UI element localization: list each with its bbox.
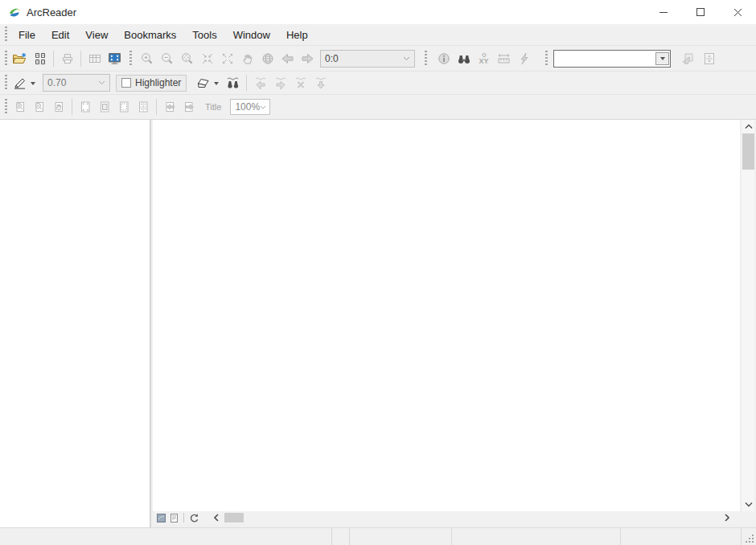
hyperlink-button[interactable] (514, 49, 534, 68)
map-bottom-strip (153, 511, 754, 524)
vertical-scrollbar[interactable] (741, 120, 754, 511)
horizontal-scroll-thumb[interactable] (224, 513, 244, 522)
layout-pan-button[interactable] (49, 97, 68, 117)
scroll-left-button[interactable] (210, 512, 223, 523)
page-tiles-button[interactable] (134, 97, 153, 117)
close-button[interactable] (719, 0, 756, 24)
window-resize-grip[interactable] (742, 528, 756, 545)
menu-edit[interactable]: Edit (43, 26, 77, 44)
status-pane-small (332, 528, 350, 545)
toolbar-grip[interactable] (545, 51, 548, 67)
delete-markup-button[interactable] (290, 73, 310, 92)
layout-zoom-out-button[interactable] (30, 97, 49, 117)
continuous-zoom-icon (181, 52, 194, 65)
zoom-out-icon (161, 52, 174, 65)
dataframe-properties-button[interactable] (699, 49, 719, 68)
print-button[interactable] (57, 49, 77, 68)
chevron-down-icon (745, 502, 753, 507)
minimize-button[interactable] (645, 0, 682, 24)
menu-help[interactable]: Help (278, 26, 316, 44)
layout-zoom-combobox[interactable]: 100% (230, 99, 270, 115)
fixed-zoom-out-icon (221, 52, 234, 65)
zoom-whole-page-button[interactable] (76, 97, 95, 117)
measure-button[interactable] (494, 49, 514, 68)
scroll-down-button[interactable] (742, 498, 755, 511)
chevron-right-icon (724, 514, 730, 522)
open-button[interactable] (10, 49, 30, 68)
magnifier-window-button[interactable] (84, 49, 105, 68)
fixed-zoom-out-button[interactable] (217, 49, 237, 68)
go-back-extent-button[interactable] (277, 49, 298, 68)
status-pane-misc (621, 528, 742, 545)
menu-file[interactable]: File (10, 26, 43, 44)
separator (183, 513, 184, 522)
menubar-grip[interactable] (5, 27, 7, 43)
toolbar-grip[interactable] (5, 99, 7, 115)
scroll-right-button[interactable] (721, 512, 733, 523)
chevron-down-icon (260, 105, 266, 109)
dataframe-combobox[interactable] (553, 50, 671, 68)
pen-width-combobox[interactable]: 0.70 (43, 74, 110, 92)
scale-combobox[interactable]: 0:0 (320, 50, 415, 68)
chevron-down-icon (660, 57, 665, 63)
highlighter-checkbox[interactable] (121, 78, 131, 88)
toolbar-grip[interactable] (425, 51, 427, 67)
dataframe-properties-icon (703, 52, 716, 65)
zoom-100-button[interactable] (95, 97, 114, 117)
accept-markup-button[interactable] (310, 73, 331, 92)
chevron-down-icon (31, 82, 35, 88)
separator (156, 99, 157, 115)
chevron-down-icon (214, 82, 219, 88)
continuous-zoom-button[interactable] (177, 49, 197, 68)
open-folder-icon (12, 52, 27, 65)
toc-panel[interactable] (0, 120, 151, 527)
layout-forward-button[interactable] (179, 97, 199, 117)
layout-toolbar: Title 100% (0, 95, 756, 120)
fixed-zoom-in-button[interactable] (197, 49, 217, 68)
highlighter-label: Highlighter (135, 77, 181, 88)
toolbar-grip[interactable] (129, 51, 132, 67)
menu-window[interactable]: Window (225, 26, 278, 44)
pen-tool-button[interactable] (10, 73, 39, 92)
refresh-button[interactable] (187, 512, 200, 523)
toolbar-grip[interactable] (5, 75, 7, 91)
measure-icon (497, 52, 511, 65)
find-markup-button[interactable] (223, 73, 243, 92)
previous-markup-button[interactable] (250, 73, 270, 92)
toggle-title-button[interactable]: Title (202, 100, 224, 114)
full-extent-icon (261, 52, 274, 65)
back-icon (281, 52, 294, 65)
layout-zoom-in-button[interactable] (10, 97, 30, 117)
identify-button[interactable] (433, 49, 454, 68)
menu-bookmarks[interactable]: Bookmarks (116, 26, 184, 44)
zoom-out-button[interactable] (157, 49, 177, 68)
menubar: File Edit View Bookmarks Tools Window He… (0, 24, 756, 46)
layout-zoom-value: 100% (235, 101, 260, 113)
menu-view[interactable]: View (77, 26, 116, 44)
vertical-scroll-thumb[interactable] (742, 133, 754, 170)
zoom-in-button[interactable] (137, 49, 157, 68)
dropdown-button[interactable] (655, 52, 669, 65)
zoom-width-button[interactable] (114, 97, 134, 117)
go-forward-extent-button[interactable] (298, 49, 318, 68)
page-layouts-button[interactable] (30, 49, 50, 68)
data-view-button[interactable] (154, 512, 167, 523)
maximize-button[interactable] (682, 0, 719, 24)
layout-view-button[interactable] (167, 512, 180, 523)
layout-back-button[interactable] (160, 97, 179, 117)
full-extent-button[interactable] (257, 49, 277, 68)
pan-button[interactable] (237, 49, 257, 68)
go-to-xy-button[interactable]: XY (474, 49, 494, 68)
map-canvas[interactable] (153, 120, 740, 511)
toolbar-grip[interactable] (5, 51, 7, 67)
eraser-tool-button[interactable] (194, 73, 223, 92)
next-markup-button[interactable] (270, 73, 290, 92)
hyperlink-icon (518, 52, 531, 65)
zoom-to-dataframe-icon (680, 52, 694, 65)
zoom-to-dataframe-button[interactable] (677, 49, 697, 68)
find-button[interactable] (454, 49, 474, 68)
menu-tools[interactable]: Tools (184, 26, 224, 44)
scroll-up-button[interactable] (742, 120, 755, 133)
eraser-icon (196, 76, 211, 89)
fullscreen-button[interactable] (105, 49, 125, 68)
